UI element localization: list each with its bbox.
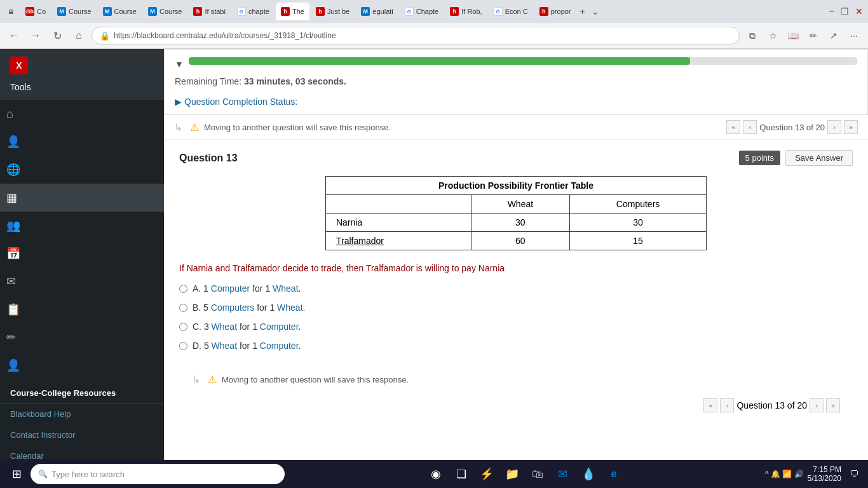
option-b-label[interactable]: B. 5 Computers for 1 Wheat.	[193, 302, 305, 313]
bottom-first-button[interactable]: «	[703, 398, 717, 412]
warning-icon-top: ⚠	[190, 121, 199, 133]
sidebar-nav-groups[interactable]: 👥	[0, 212, 164, 240]
option-d: D. 5 Wheat for 1 Computer.	[179, 341, 853, 351]
last-question-button[interactable]: »	[844, 120, 858, 134]
remaining-time: Remaining Time: 33 minutes, 03 seconds.	[175, 76, 857, 86]
start-button[interactable]: ⊞	[5, 463, 28, 485]
tab-list-button[interactable]: ⌄	[589, 4, 602, 19]
table-row-narnia: Narnia	[326, 214, 471, 232]
question-meta: 5 points Save Answer	[739, 150, 853, 166]
tab-13[interactable]: b propor	[534, 3, 576, 20]
lock-icon: 🔒	[100, 31, 110, 41]
more-button[interactable]: ···	[845, 27, 863, 44]
sidebar-nav-calendar[interactable]: 📅	[0, 240, 164, 268]
save-answer-button[interactable]: Save Answer	[785, 150, 853, 166]
sidebar-nav-mail[interactable]: ✉	[0, 268, 164, 295]
share-button[interactable]: ↗	[825, 27, 843, 44]
minimize-button[interactable]: −	[827, 4, 837, 19]
sidebar-nav-grid[interactable]: ▦	[0, 184, 164, 212]
groups-icon: 👥	[6, 219, 20, 233]
taskbar-app-task-view[interactable]: ❏	[450, 463, 473, 485]
first-question-button[interactable]: «	[726, 120, 740, 134]
bottom-next-button[interactable]: ›	[810, 398, 824, 412]
sidebar-close-button[interactable]: X	[10, 57, 28, 74]
ppf-table: Production Possibility Frontier Table Wh…	[325, 176, 707, 250]
tab-10[interactable]: G Chapte	[400, 3, 444, 20]
option-d-radio[interactable]	[179, 342, 187, 350]
new-tab-button[interactable]: +	[578, 4, 588, 19]
forward-button[interactable]: →	[27, 27, 44, 44]
question-nav-top: « ‹ Question 13 of 20 › »	[726, 120, 858, 134]
top-nav-row: ↳ ⚠ Moving to another question will save…	[164, 115, 868, 140]
tab-8[interactable]: b Just be	[311, 3, 355, 20]
taskbar-app-cortana[interactable]: ◉	[424, 463, 447, 485]
taskbar-time: 7:15 PM	[808, 465, 841, 474]
tab-12[interactable]: G Econ C	[489, 3, 533, 20]
tab-11[interactable]: b If Rob,	[445, 3, 487, 20]
arrow-indent-icon: ↳	[174, 121, 182, 133]
refresh-button[interactable]: ↻	[48, 27, 66, 44]
tab-desktop[interactable]: 🖥	[3, 3, 19, 20]
table-col-country	[326, 195, 471, 214]
tab-3[interactable]: M Course	[98, 3, 142, 20]
tab-13-label: propor	[551, 8, 571, 15]
table-tralfamador-computers: 15	[570, 232, 707, 250]
taskbar-app-store[interactable]: 🛍	[526, 463, 549, 485]
tab-9[interactable]: M egulati	[356, 3, 398, 20]
option-a-label[interactable]: A. 1 Computer for 1 Wheat.	[193, 283, 301, 294]
taskbar-app-zap[interactable]: ⚡	[475, 463, 498, 485]
sidebar: X Tools ⌂ 👤 🌐 ▦ 👥 📅	[0, 49, 164, 461]
split-view-button[interactable]: ⧉	[743, 27, 761, 44]
tab-6[interactable]: G chapte	[232, 3, 275, 20]
sidebar-nav-edit[interactable]: ✏	[0, 323, 164, 351]
url-bar[interactable]: 🔒 https://blackboard.centralaz.edu/ultra…	[92, 27, 740, 44]
option-c: C. 3 Wheat for 1 Computer.	[179, 322, 853, 332]
home-button[interactable]: ⌂	[70, 27, 88, 44]
bottom-last-button[interactable]: »	[826, 398, 840, 412]
taskbar-app-dropbox[interactable]: 💧	[577, 463, 600, 485]
bottom-prev-button[interactable]: ‹	[720, 398, 734, 412]
close-button[interactable]: ✕	[853, 4, 865, 19]
tab-7[interactable]: b The	[276, 3, 309, 20]
taskbar-app-files[interactable]: 📁	[501, 463, 524, 485]
taskbar-app-edge[interactable]: e	[602, 463, 625, 485]
reading-view-button[interactable]: 📖	[784, 27, 802, 44]
tab-11-label: If Rob,	[461, 8, 482, 15]
table-row-tralfamador: Tralfamador	[326, 232, 471, 250]
favorites-button[interactable]: ☆	[764, 27, 782, 44]
back-button[interactable]: ←	[5, 27, 23, 44]
sidebar-item-contact-instructor[interactable]: Contact Instructor	[0, 424, 164, 445]
sidebar-item-calendar[interactable]: Calendar	[0, 445, 164, 461]
taskbar-apps: ◉ ❏ ⚡ 📁 🛍 ✉ 💧 e	[287, 463, 763, 485]
option-c-label[interactable]: C. 3 Wheat for 1 Computer.	[193, 322, 301, 332]
url-text: https://blackboard.centralaz.edu/ultra/c…	[114, 31, 336, 40]
tab-1[interactable]: Bb Co	[20, 3, 51, 20]
sidebar-item-blackboard-help[interactable]: Blackboard Help	[0, 403, 164, 424]
completion-toggle[interactable]: ▶ Question Completion Status:	[175, 97, 857, 107]
tab-2[interactable]: M Course	[52, 3, 96, 20]
pen-button[interactable]: ✏	[804, 27, 822, 44]
user2-icon: 👤	[6, 358, 20, 372]
option-b-radio[interactable]	[179, 304, 187, 312]
sidebar-nav-globe[interactable]: 🌐	[0, 156, 164, 184]
option-d-label[interactable]: D. 5 Wheat for 1 Computer.	[193, 341, 301, 351]
prev-question-button[interactable]: ‹	[743, 120, 757, 134]
sidebar-nav-user2[interactable]: 👤	[0, 351, 164, 379]
sidebar-nav-user[interactable]: 👤	[0, 128, 164, 156]
option-c-radio[interactable]	[179, 323, 187, 331]
sidebar-nav-notes[interactable]: 📋	[0, 295, 164, 323]
tab-4[interactable]: M Course	[143, 3, 187, 20]
taskbar-search-box[interactable]: 🔍 Type here to search	[31, 464, 285, 484]
taskbar-app-mail[interactable]: ✉	[552, 463, 574, 485]
tab-5[interactable]: b If stabi	[188, 3, 230, 20]
bottom-warning-bar: ↳ ⚠ Moving to another question will save…	[179, 363, 853, 396]
sidebar-tools: X Tools	[0, 49, 164, 100]
option-a-radio[interactable]	[179, 285, 187, 293]
main-layout: X Tools ⌂ 👤 🌐 ▦ 👥 📅	[0, 49, 868, 461]
ms-icon-4: M	[148, 7, 157, 16]
sidebar-nav-home[interactable]: ⌂	[0, 100, 164, 128]
progress-chevron-icon: ▼	[175, 59, 184, 69]
notification-button[interactable]: 🗨	[845, 465, 863, 483]
next-question-button[interactable]: ›	[827, 120, 841, 134]
restore-button[interactable]: ❐	[838, 4, 851, 19]
